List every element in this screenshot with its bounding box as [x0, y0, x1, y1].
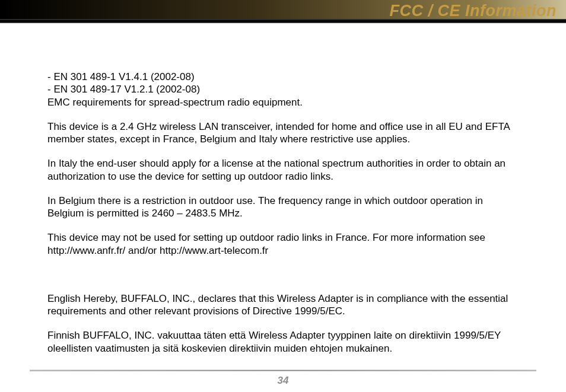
body-content: - EN 301 489-1 V1.4.1 (2002-08) - EN 301…: [0, 23, 566, 355]
document-page: FCC / CE Information - EN 301 489-1 V1.4…: [0, 0, 566, 392]
standard-line-2: - EN 301 489-17 V1.2.1 (2002-08): [47, 83, 519, 95]
paragraph-italy: In Italy the end-user should apply for a…: [47, 157, 519, 183]
footer-rule: [30, 369, 536, 371]
paragraph-france: This device may not be used for setting …: [47, 231, 519, 257]
paragraph-declaration-finnish: Finnish BUFFALO, INC. vakuuttaa täten et…: [47, 329, 519, 355]
standard-line-1: - EN 301 489-1 V1.4.1 (2002-08): [47, 71, 519, 83]
page-number: 34: [0, 375, 566, 387]
page-title: FCC / CE Information: [390, 2, 557, 20]
section-spacer: [47, 269, 519, 292]
paragraph-declaration-english: English Hereby, BUFFALO, INC., declares …: [47, 292, 519, 318]
paragraph-device-intent: This device is a 2.4 GHz wireless LAN tr…: [47, 120, 519, 146]
emc-requirements-line: EMC requirements for spread-spectrum rad…: [47, 96, 519, 109]
paragraph-belgium: In Belgium there is a restriction in out…: [47, 195, 519, 220]
footer: 34: [0, 369, 566, 387]
